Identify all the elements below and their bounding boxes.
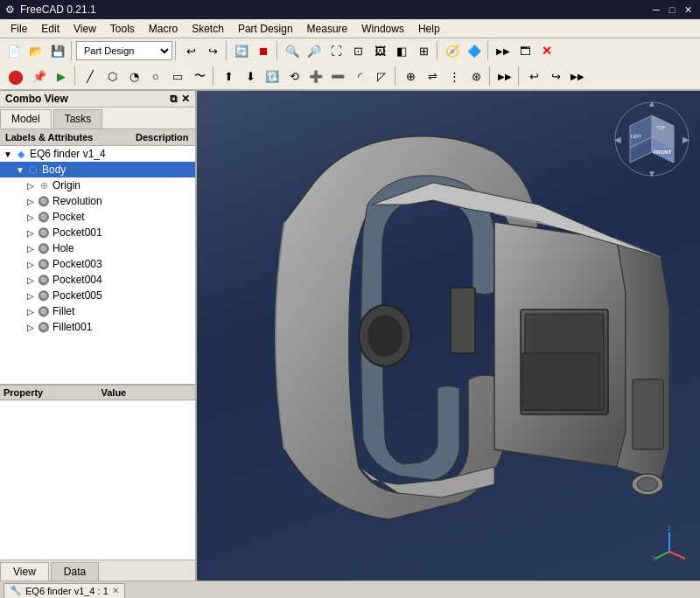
close-all-button[interactable]: ✕	[536, 40, 557, 61]
close-button[interactable]: ✕	[681, 3, 695, 17]
icon-revolution: 🔘	[37, 194, 51, 208]
refresh-button[interactable]: 🔄	[231, 40, 252, 61]
open-button[interactable]: 📂	[25, 40, 46, 61]
tab-data[interactable]: Data	[51, 562, 99, 581]
tree-item-fillet001[interactable]: ▷ 🔘 Fillet001	[0, 319, 195, 335]
view-front-button[interactable]: 🖼	[369, 40, 390, 61]
more-btn-3[interactable]: ▶▶	[567, 66, 588, 87]
undo-button[interactable]: ↩	[180, 40, 201, 61]
fit-all-button[interactable]: ⛶	[326, 40, 346, 61]
expand-root[interactable]: ▼	[2, 150, 14, 159]
zoom-in-button[interactable]: 🔍	[282, 40, 303, 61]
expand-hole[interactable]: ▷	[24, 244, 37, 254]
save-button[interactable]: 💾	[47, 40, 68, 61]
tree-item-revolution[interactable]: ▷ 🔘 Revolution	[0, 193, 195, 209]
view-perspective-button[interactable]: 🔷	[464, 40, 485, 61]
spline-button[interactable]: 〜	[189, 66, 210, 87]
tree-item-root[interactable]: ▼ ◆ EQ6 finder v1_4	[0, 146, 195, 162]
fillet-btn[interactable]: ◜	[349, 66, 370, 87]
addfeature-btn[interactable]: ➕	[305, 66, 326, 87]
menu-view[interactable]: View	[66, 21, 103, 37]
viewport[interactable]: ▲ ▼ ◀ ▶ FRONT LEFT TOP	[197, 91, 700, 581]
pad-button[interactable]: ⬆	[218, 66, 239, 87]
tree-item-pocket003[interactable]: ▷ 🔘 Pocket003	[0, 256, 195, 272]
lpattern-btn[interactable]: ⋮	[444, 66, 465, 87]
workbench-dropdown[interactable]: Part Design	[76, 41, 172, 60]
fit-selection-button[interactable]: ⊡	[347, 40, 368, 61]
expand-pocket[interactable]: ▷	[24, 212, 37, 222]
expand-body[interactable]: ▼	[14, 165, 26, 175]
menu-macro[interactable]: Macro	[142, 21, 185, 37]
view-nav-button[interactable]: 🧭	[442, 40, 463, 61]
viewport-tab[interactable]: 🔧 EQ6 finder v1_4 : 1 ✕	[4, 583, 125, 599]
menu-edit[interactable]: Edit	[34, 21, 66, 37]
expand-pocket005[interactable]: ▷	[24, 291, 37, 301]
tree-item-pocket005[interactable]: ▷ 🔘 Pocket005	[0, 288, 195, 303]
redo-button[interactable]: ↪	[202, 40, 223, 61]
sketch-button[interactable]: ⬤	[4, 65, 28, 87]
play-button[interactable]: ▶	[51, 66, 72, 87]
sep10	[489, 66, 492, 86]
tree-item-hole[interactable]: ▷ 🔘 Hole	[0, 240, 195, 256]
expand-origin[interactable]: ▷	[24, 181, 37, 191]
rect-button[interactable]: ▭	[167, 66, 188, 87]
viewport-tab-close[interactable]: ✕	[112, 586, 119, 595]
menu-tools[interactable]: Tools	[103, 21, 142, 37]
new-file-button[interactable]: 📄	[4, 40, 24, 61]
tree-item-pocket001[interactable]: ▷ 🔘 Pocket001	[0, 225, 195, 240]
boolean-btn[interactable]: ⊕	[400, 66, 421, 87]
attach-button[interactable]: 📌	[29, 66, 50, 87]
menu-file[interactable]: File	[4, 21, 34, 37]
tree-item-origin[interactable]: ▷ ⊕ Origin	[0, 177, 195, 193]
view-top-button[interactable]: ⊞	[413, 40, 434, 61]
circle-button[interactable]: ○	[145, 66, 166, 87]
expand-pocket004[interactable]: ▷	[24, 275, 37, 285]
minimize-button[interactable]: ─	[649, 3, 663, 17]
svg-text:▼: ▼	[648, 169, 656, 178]
groove-btn[interactable]: ⟲	[284, 66, 304, 87]
pocket-btn[interactable]: ⬇	[240, 66, 261, 87]
poly-button[interactable]: ⬡	[102, 66, 122, 87]
more-btn-1[interactable]: ▶▶	[493, 40, 514, 61]
line-button[interactable]: ╱	[80, 66, 101, 87]
view-3d-button[interactable]: 🗔	[514, 40, 536, 61]
tree-item-pocket[interactable]: ▷ 🔘 Pocket	[0, 209, 195, 225]
maximize-button[interactable]: □	[665, 3, 679, 17]
chamfer-btn[interactable]: ◸	[371, 66, 392, 87]
menu-windows[interactable]: Windows	[354, 21, 411, 37]
mirror-btn[interactable]: ⇌	[422, 66, 443, 87]
tab-tasks[interactable]: Tasks	[53, 109, 103, 129]
stop-button[interactable]: ⏹	[253, 40, 274, 61]
menu-measure[interactable]: Measure	[300, 21, 355, 37]
viewport-tab-icon: 🔧	[10, 585, 22, 596]
combo-close-button[interactable]: ✕	[181, 93, 190, 105]
menu-part-design[interactable]: Part Design	[231, 21, 300, 37]
expand-fillet[interactable]: ▷	[24, 307, 37, 316]
zoom-out-button[interactable]: 🔎	[304, 40, 325, 61]
sep4	[276, 41, 279, 60]
combo-float-button[interactable]: ⧉	[170, 93, 178, 105]
model-tree[interactable]: ▼ ◆ EQ6 finder v1_4 ▼ ⬡ Body ▷ ⊕ Origin …	[0, 146, 195, 385]
menu-help[interactable]: Help	[411, 21, 447, 37]
subfeature-btn[interactable]: ➖	[327, 66, 348, 87]
revolve-btn[interactable]: 🔃	[262, 66, 283, 87]
tab-model[interactable]: Model	[0, 109, 52, 129]
label-fillet: Fillet	[52, 305, 74, 317]
tree-item-fillet[interactable]: ▷ 🔘 Fillet	[0, 303, 195, 319]
ppattern-btn[interactable]: ⊛	[466, 66, 486, 87]
expand-revolution[interactable]: ▷	[24, 197, 37, 206]
expand-fillet001[interactable]: ▷	[24, 323, 37, 332]
arc-button[interactable]: ◔	[123, 66, 144, 87]
tree-item-pocket004[interactable]: ▷ 🔘 Pocket004	[0, 272, 195, 288]
menu-sketch[interactable]: Sketch	[185, 21, 231, 37]
expand-pocket003[interactable]: ▷	[24, 260, 37, 269]
tree-item-body[interactable]: ▼ ⬡ Body	[0, 162, 195, 177]
more-btn-2[interactable]: ▶▶	[494, 66, 515, 87]
redo2-button[interactable]: ↪	[545, 66, 566, 87]
tab-view[interactable]: View	[0, 562, 49, 581]
nav-cube[interactable]: ▲ ▼ ◀ ▶ FRONT LEFT TOP	[612, 100, 691, 178]
view-back-button[interactable]: ◧	[391, 40, 412, 61]
combo-view-title: Combo View	[5, 93, 68, 105]
expand-pocket001[interactable]: ▷	[24, 228, 37, 238]
undo2-button[interactable]: ↩	[523, 66, 544, 87]
